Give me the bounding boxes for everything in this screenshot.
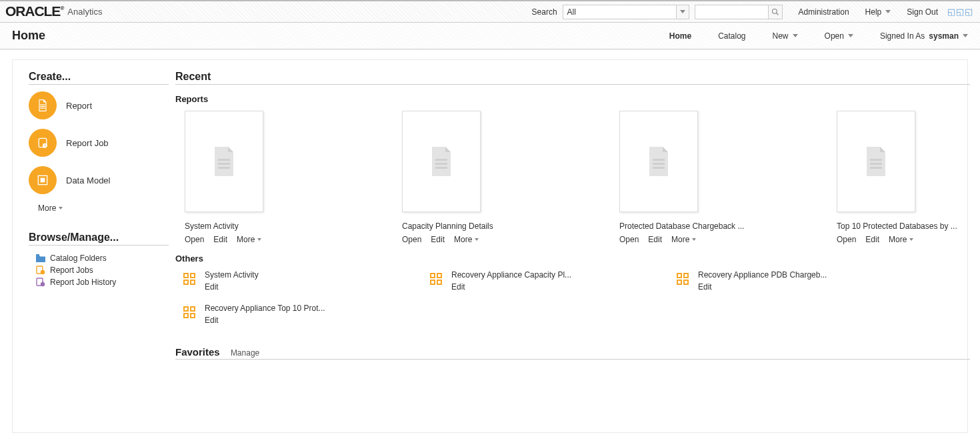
svg-rect-15 [435, 163, 447, 165]
other-item: System Activity Edit [181, 270, 427, 292]
other-title[interactable]: Recovery Appliance Top 10 Prot... [205, 304, 325, 313]
report-title: Protected Database Chargeback ... [619, 222, 753, 231]
report-open-link[interactable]: Open [619, 235, 639, 244]
report-card: Top 10 Protected Databases by ... Open E… [837, 111, 970, 244]
search-icon [771, 8, 779, 16]
svg-point-10 [41, 282, 45, 286]
create-report-job[interactable]: Report Job [29, 129, 169, 157]
create-report[interactable]: Report [29, 91, 169, 119]
svg-rect-11 [218, 159, 230, 161]
report-more-menu[interactable]: More [454, 235, 479, 244]
others-grid: System Activity Edit Recovery Appliance … [181, 270, 970, 337]
create-heading: Create... [29, 71, 169, 85]
report-more-menu[interactable]: More [671, 235, 696, 244]
document-icon [647, 147, 671, 176]
manage-report-job-history[interactable]: Report Job History [29, 276, 169, 288]
other-title[interactable]: Recovery Appliance Capacity Pl... [451, 270, 571, 280]
manage-report-jobs-label: Report Jobs [50, 266, 93, 275]
document-icon [864, 147, 888, 176]
report-title: Top 10 Protected Databases by ... [837, 222, 970, 231]
recent-heading: Recent [175, 71, 970, 85]
side-column: Create... Report Report Job [29, 71, 169, 422]
other-edit-link[interactable]: Edit [698, 282, 827, 292]
create-more-link[interactable]: More [38, 203, 169, 213]
nav-new-menu[interactable]: New [773, 31, 798, 41]
other-item: Recovery Appliance Top 10 Prot... Edit [181, 304, 427, 325]
report-thumbnail[interactable] [837, 111, 915, 212]
user-menu[interactable]: sysman [929, 31, 968, 41]
search-input[interactable] [695, 5, 768, 19]
chevron-down-icon [475, 238, 479, 241]
folder-icon [35, 254, 46, 263]
report-title: System Activity [185, 222, 318, 231]
report-open-link[interactable]: Open [402, 235, 421, 244]
document-icon [212, 147, 236, 176]
reports-grid: System Activity Open Edit More Capacity … [185, 111, 970, 244]
others-subheading: Others [175, 254, 970, 264]
manage-catalog-folders[interactable]: Catalog Folders [29, 252, 169, 264]
report-edit-link[interactable]: Edit [431, 235, 445, 244]
sign-out-link[interactable]: Sign Out [907, 7, 938, 17]
nav-catalog[interactable]: Catalog [718, 31, 745, 41]
report-more-menu[interactable]: More [889, 235, 913, 244]
chevron-down-icon [909, 238, 913, 241]
search-scope-value: All [567, 7, 576, 17]
svg-rect-12 [218, 163, 230, 165]
nav-open-menu[interactable]: Open [825, 31, 853, 41]
other-edit-link[interactable]: Edit [451, 282, 571, 292]
svg-rect-21 [870, 163, 882, 165]
create-data-model[interactable]: Data Model [29, 166, 169, 194]
body-column: Recent Reports System Activity Open Edit… [169, 71, 970, 422]
document-icon [429, 147, 453, 176]
main-area: Create... Report Report Job [0, 49, 980, 439]
search-scope-select[interactable]: All [563, 5, 676, 19]
chevron-down-icon [848, 34, 853, 37]
data-model-icon [181, 270, 198, 288]
other-title[interactable]: Recovery Appliance PDB Chargeb... [698, 270, 827, 280]
other-edit-link[interactable]: Edit [205, 282, 259, 292]
search-button[interactable] [768, 5, 783, 19]
manage-report-job-history-label: Report Job History [50, 278, 116, 287]
chevron-down-icon [257, 238, 261, 241]
report-edit-link[interactable]: Edit [865, 235, 879, 244]
accessibility-icon[interactable]: ◱◱◱ [947, 7, 973, 17]
svg-rect-17 [653, 159, 665, 161]
manage-list: Catalog Folders Report Jobs Report Job H… [29, 252, 169, 288]
create-report-label: Report [66, 101, 92, 111]
manage-heading: Browse/Manage... [29, 232, 169, 246]
data-model-icon [427, 270, 445, 288]
help-menu[interactable]: Help [865, 7, 891, 17]
svg-point-0 [772, 9, 777, 13]
other-edit-link[interactable]: Edit [205, 316, 325, 325]
svg-rect-19 [653, 167, 665, 169]
svg-rect-20 [870, 159, 882, 161]
manage-report-jobs[interactable]: Report Jobs [29, 264, 169, 276]
create-data-model-label: Data Model [66, 175, 110, 185]
top-bar: ORACLE® Analytics Search All Administrat… [0, 0, 980, 23]
report-thumbnail[interactable] [185, 111, 263, 212]
report-edit-link[interactable]: Edit [213, 235, 227, 244]
svg-rect-13 [218, 167, 230, 169]
history-icon [35, 278, 46, 287]
report-more-menu[interactable]: More [237, 235, 261, 244]
svg-rect-22 [870, 167, 882, 169]
create-report-job-label: Report Job [66, 138, 109, 148]
nav-home[interactable]: Home [669, 31, 691, 41]
report-card: System Activity Open Edit More [185, 111, 318, 244]
report-title: Capacity Planning Details [402, 222, 535, 231]
other-title[interactable]: System Activity [205, 270, 259, 280]
report-open-link[interactable]: Open [185, 235, 204, 244]
svg-rect-5 [41, 178, 45, 183]
report-thumbnail[interactable] [402, 111, 481, 212]
chevron-down-icon [692, 238, 696, 241]
report-thumbnail[interactable] [619, 111, 698, 212]
data-model-icon [29, 166, 57, 194]
search-scope-dropdown-button[interactable] [676, 5, 689, 19]
nav-bar: Home Home Catalog New Open Signed In As … [0, 23, 980, 49]
report-edit-link[interactable]: Edit [648, 235, 662, 244]
administration-link[interactable]: Administration [799, 7, 849, 17]
chevron-down-icon [963, 34, 968, 37]
report-open-link[interactable]: Open [837, 235, 856, 244]
data-model-icon [181, 304, 198, 321]
favorites-manage-link[interactable]: Manage [231, 348, 259, 358]
